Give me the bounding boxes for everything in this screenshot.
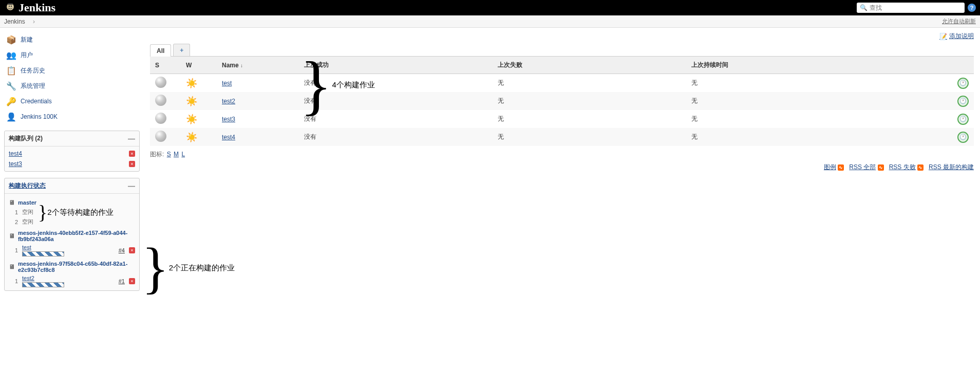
exec-status: 空闲	[22, 218, 135, 226]
table-row: ☀️ test3 没有 无 无 🕐	[150, 110, 974, 128]
cell-last-duration: 无	[686, 110, 948, 128]
nav-item-0[interactable]: 📦新建	[4, 32, 140, 47]
weather-sun-icon[interactable]: ☀️	[186, 114, 197, 125]
cancel-icon[interactable]: ×	[129, 247, 135, 253]
search-box[interactable]: 🔍	[857, 3, 965, 13]
node-name: mesos-jenkins-40ebb5f2-e157-4f59-a044-fb…	[18, 230, 135, 242]
schedule-build-icon[interactable]: 🕐	[957, 132, 969, 143]
progress-bar[interactable]	[22, 282, 64, 287]
rss-latest-link[interactable]: RSS 最新的构建	[929, 163, 974, 171]
add-description-link[interactable]: 📝 添加说明	[939, 32, 974, 41]
nav-item-1[interactable]: 👥用户	[4, 47, 140, 63]
cell-last-failure: 无	[493, 110, 686, 128]
nav-item-2[interactable]: 📋任务历史	[4, 63, 140, 78]
search-input[interactable]	[870, 4, 962, 11]
queue-job-link[interactable]: test3	[9, 160, 22, 168]
tab-add[interactable]: +	[173, 44, 190, 56]
search-icon: 🔍	[860, 4, 868, 11]
col-last-success[interactable]: 上次成功	[299, 57, 493, 74]
footer-links: 图例 ∿RSS 全部 ∿RSS 失败 ∿RSS 最新的构建	[150, 163, 974, 172]
nav-icon: 🔑	[6, 96, 16, 106]
table-header-row: S W Name ↓ 上次成功 上次失败 上次持续时间	[150, 57, 974, 74]
build-number-link[interactable]: #1	[119, 278, 125, 284]
nav-icon: 👤	[6, 112, 16, 122]
sidebar: 📦新建👥用户📋任务历史🔧系统管理🔑Credentials👤Jenkins 100…	[0, 28, 144, 295]
executor-title[interactable]: 构建执行状态	[9, 181, 46, 190]
table-row: ☀️ test4 没有 无 无 🕐	[150, 128, 974, 146]
cancel-icon[interactable]: ×	[129, 151, 135, 157]
icon-size-s[interactable]: S	[167, 151, 171, 158]
cancel-icon[interactable]: ×	[129, 161, 135, 167]
node-name: mesos-jenkins-97f58c04-c65b-40df-82a1-e2…	[18, 261, 135, 273]
tab-all[interactable]: All	[150, 44, 171, 57]
help-icon[interactable]: ?	[968, 4, 976, 12]
schedule-build-icon[interactable]: 🕐	[957, 96, 969, 107]
executor-node[interactable]: 🖥mesos-jenkins-97f58c04-c65b-40df-82a1-e…	[5, 258, 139, 274]
breadcrumb-root[interactable]: Jenkins	[4, 18, 25, 25]
svg-point-2	[11, 6, 12, 7]
icon-size-m[interactable]: M	[174, 151, 179, 158]
weather-sun-icon[interactable]: ☀️	[186, 96, 197, 107]
schedule-build-icon[interactable]: 🕐	[957, 78, 969, 89]
icon-size-l[interactable]: L	[181, 151, 185, 158]
legend-link[interactable]: 图例	[824, 163, 836, 171]
cell-last-success: 没有	[299, 128, 493, 146]
executor-node[interactable]: 🖥master	[5, 196, 139, 207]
collapse-icon[interactable]: —	[128, 135, 135, 143]
nav-icon: 📋	[6, 65, 16, 76]
nav-label: Jenkins 100K	[21, 113, 58, 120]
rss-fail-link[interactable]: RSS 失败	[889, 163, 916, 171]
node-name: master	[18, 199, 36, 206]
cancel-icon[interactable]: ×	[129, 278, 135, 284]
job-name-link[interactable]: test	[222, 80, 232, 87]
status-ball-icon[interactable]	[155, 95, 166, 106]
nav-item-4[interactable]: 🔑Credentials	[4, 94, 140, 109]
job-name-link[interactable]: test2	[222, 98, 235, 105]
nav-icon: 📦	[6, 34, 16, 45]
job-name-link[interactable]: test4	[222, 134, 235, 141]
queue-job-link[interactable]: test4	[9, 150, 22, 157]
status-ball-icon[interactable]	[155, 77, 166, 88]
col-last-duration[interactable]: 上次持续时间	[686, 57, 948, 74]
weather-sun-icon[interactable]: ☀️	[186, 78, 197, 89]
sort-down-icon: ↓	[240, 63, 243, 68]
progress-bar[interactable]	[22, 251, 64, 256]
col-weather[interactable]: W	[181, 57, 217, 74]
nav-item-5[interactable]: 👤Jenkins 100K	[4, 109, 140, 124]
nav-list: 📦新建👥用户📋任务历史🔧系统管理🔑Credentials👤Jenkins 100…	[4, 32, 140, 124]
schedule-build-icon[interactable]: 🕐	[957, 114, 969, 125]
breadcrumb-separator: ›	[33, 18, 35, 25]
col-status[interactable]: S	[150, 57, 181, 74]
icon-size-selector: 图标: S M L	[150, 150, 974, 159]
build-queue-count: (2)	[35, 135, 43, 142]
header-brand[interactable]: Jenkins	[4, 1, 55, 14]
job-name-link[interactable]: test3	[222, 116, 235, 123]
queue-item: test3×	[5, 159, 139, 169]
cell-last-success: 没有	[299, 92, 493, 110]
weather-sun-icon[interactable]: ☀️	[186, 132, 197, 143]
exec-job-link[interactable]: test	[22, 244, 31, 250]
build-queue-title: 构建队列	[9, 135, 33, 142]
breadcrumb: Jenkins ›	[4, 18, 35, 25]
view-tabs: All +	[150, 44, 974, 57]
nav-item-3[interactable]: 🔧系统管理	[4, 78, 140, 94]
cell-last-duration: 无	[686, 128, 948, 146]
collapse-icon[interactable]: —	[128, 182, 135, 190]
edit-icon: 📝	[939, 33, 947, 40]
build-number-link[interactable]: #4	[119, 247, 125, 253]
status-ball-icon[interactable]	[155, 113, 166, 124]
cell-last-success: 没有	[299, 74, 493, 93]
nav-label: 用户	[21, 51, 33, 60]
exec-num: 1	[12, 209, 18, 215]
executor-row: 1空闲	[5, 207, 139, 217]
status-ball-icon[interactable]	[155, 131, 166, 142]
col-name[interactable]: Name ↓	[217, 57, 299, 74]
nav-icon: 👥	[6, 50, 16, 60]
exec-job-link[interactable]: test2	[22, 275, 34, 281]
col-last-failure[interactable]: 上次失败	[493, 57, 686, 74]
executor-node[interactable]: 🖥mesos-jenkins-40ebb5f2-e157-4f59-a044-f…	[5, 227, 139, 243]
cell-last-failure: 无	[493, 74, 686, 93]
auto-refresh-link[interactable]: 允许自动刷新	[942, 17, 976, 25]
rss-all-link[interactable]: RSS 全部	[849, 163, 876, 171]
cell-last-failure: 无	[493, 92, 686, 110]
